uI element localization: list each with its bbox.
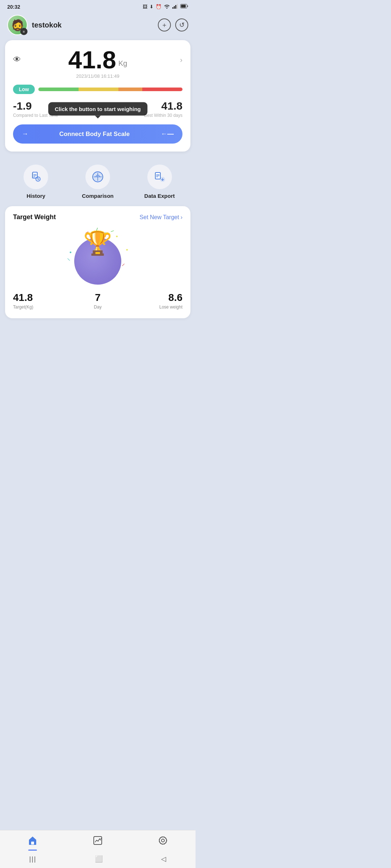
target-day-label: Day — [70, 305, 126, 310]
target-lose-stat: 8.6 Lose weight — [126, 292, 182, 310]
connect-label: Connect Body Fat Scale — [59, 131, 130, 138]
connect-button[interactable]: → Connect Body Fat Scale ←— — [13, 124, 182, 144]
username: testokok — [32, 21, 158, 29]
alarm-icon: ⏰ — [156, 4, 161, 9]
chevron-right-target-icon: › — [181, 214, 182, 221]
gallery-icon: 🖼 — [143, 4, 147, 9]
download-icon: ⬇ — [150, 4, 154, 9]
bmi-seg-orange — [118, 88, 142, 91]
history-icon — [30, 171, 42, 183]
history-label: History — [26, 193, 45, 199]
eye-icon[interactable]: 👁 — [13, 55, 21, 64]
avatar-wrap[interactable]: 🧔 ≡ — [7, 15, 28, 35]
wifi-icon — [164, 4, 170, 10]
comparison-icon — [92, 171, 104, 183]
target-lose-value: 8.6 — [126, 292, 182, 303]
set-new-target-button[interactable]: Set New Target › — [140, 214, 182, 221]
data-export-icon-circle — [147, 165, 172, 189]
status-icons: 🖼 ⬇ ⏰ — [143, 4, 188, 10]
best-stat: 41.8 Best Within 30 days — [144, 100, 182, 118]
bmi-seg-red — [142, 88, 182, 91]
weight-date: 2023/11/08 16:11:49 — [13, 73, 182, 79]
bmi-seg-yellow — [79, 88, 119, 91]
battery-icon — [180, 4, 188, 9]
trophy-emoji: 🏆 — [83, 230, 112, 257]
svg-rect-1 — [174, 6, 175, 9]
comparison-icon-circle — [85, 165, 110, 189]
svg-rect-3 — [177, 4, 178, 9]
target-kg-value: 41.8 — [13, 292, 70, 303]
confetti-9: • — [126, 247, 128, 253]
chevron-right-icon[interactable]: › — [180, 56, 182, 64]
quick-actions: History Comparison — [0, 157, 196, 203]
tooltip-text: Click the button to start weighing — [55, 106, 141, 112]
target-kg-stat: 41.8 Target(Kg) — [13, 292, 70, 310]
set-target-label: Set New Target — [140, 214, 179, 221]
svg-rect-2 — [175, 5, 176, 9]
action-history[interactable]: History — [5, 165, 67, 199]
header-actions: ＋ ↺ — [158, 18, 188, 31]
action-comparison[interactable]: Comparison — [67, 165, 129, 199]
target-title: Target Weight — [13, 213, 56, 221]
data-export-icon — [154, 171, 166, 183]
refresh-button[interactable]: ↺ — [175, 18, 188, 31]
confetti-6: • — [70, 249, 72, 256]
weight-row: 👁 41.8 Kg › — [13, 47, 182, 72]
weight-card: 👁 41.8 Kg › 2023/11/08 16:11:49 Low -1.9… — [5, 40, 190, 152]
confetti-7: ‒ — [65, 255, 73, 263]
target-stats: 41.8 Target(Kg) 7 Day 8.6 Lose weight — [13, 292, 182, 310]
status-bar: 20:32 🖼 ⬇ ⏰ — [0, 0, 196, 12]
target-header: Target Weight Set New Target › — [13, 213, 182, 221]
weight-unit: Kg — [118, 59, 127, 68]
bmi-label: Low — [13, 85, 35, 94]
svg-rect-5 — [181, 5, 186, 8]
history-icon-circle — [24, 165, 48, 189]
target-day-stat: 7 Day — [70, 292, 126, 310]
target-day-value: 7 — [70, 292, 126, 303]
add-button[interactable]: ＋ — [158, 18, 171, 31]
best-value: 41.8 — [144, 100, 182, 112]
avatar-badge: ≡ — [20, 28, 28, 35]
trophy-wrap: ‒ | ‒ ‒ • • ‒ ‒ • 🏆 — [65, 227, 130, 285]
stats-row: -1.9 Compared to Last Time Click the but… — [13, 100, 182, 118]
svg-rect-0 — [172, 7, 173, 9]
target-section: Target Weight Set New Target › ‒ | ‒ ‒ •… — [5, 206, 190, 318]
target-lose-label: Lose weight — [126, 305, 182, 310]
bmi-bar-wrap: Low — [13, 85, 182, 94]
tooltip: Click the button to start weighing — [48, 102, 147, 116]
header: 🧔 ≡ testokok ＋ ↺ — [0, 12, 196, 40]
weight-value: 41.8 — [68, 47, 116, 72]
best-label: Best Within 30 days — [144, 113, 182, 118]
target-kg-label: Target(Kg) — [13, 305, 70, 310]
trophy-area: ‒ | ‒ ‒ • • ‒ ‒ • 🏆 — [13, 227, 182, 285]
arrow-left-icon: → — [22, 130, 28, 138]
action-data-export[interactable]: Data Export — [129, 165, 190, 199]
refresh-icon: ↺ — [179, 21, 185, 29]
status-time: 20:32 — [7, 4, 20, 10]
data-export-label: Data Export — [144, 193, 175, 199]
plus-icon: ＋ — [161, 21, 168, 29]
bmi-seg-green — [38, 88, 79, 91]
comparison-label: Comparison — [82, 193, 114, 199]
arrow-right-icon: ←— — [161, 130, 174, 138]
badge-icon: ≡ — [23, 30, 25, 34]
signal-icon — [172, 4, 178, 10]
bmi-bar — [38, 88, 182, 91]
confetti-5: • — [116, 233, 118, 240]
